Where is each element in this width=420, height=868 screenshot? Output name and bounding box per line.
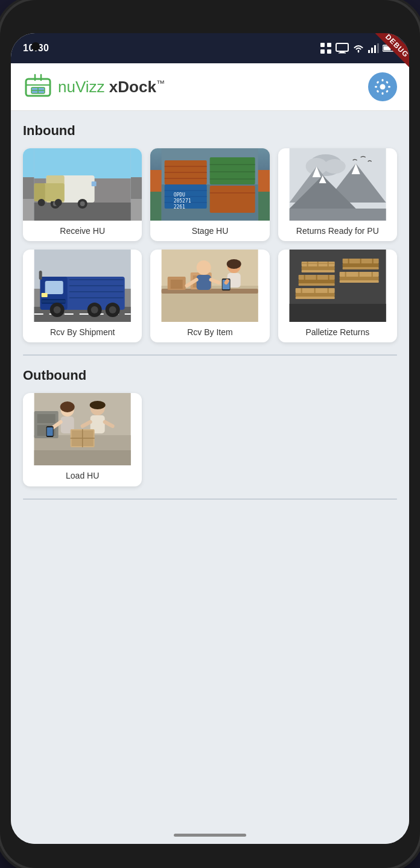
inbound-divider xyxy=(23,354,397,356)
svg-text:OPDU: OPDU xyxy=(174,192,185,198)
rcv-by-item-image xyxy=(150,250,269,322)
mountains-svg xyxy=(278,148,397,221)
svg-rect-168 xyxy=(34,450,131,465)
camera xyxy=(31,42,40,51)
svg-line-113 xyxy=(226,281,228,283)
outbound-divider xyxy=(23,498,397,500)
svg-rect-25 xyxy=(375,86,377,88)
receive-hu-image xyxy=(23,148,142,221)
logo-area: nuVizz xDock™ xyxy=(23,72,165,102)
svg-point-155 xyxy=(60,401,75,412)
svg-rect-146 xyxy=(339,280,378,283)
home-indicator xyxy=(174,834,246,837)
svg-rect-128 xyxy=(298,283,334,286)
svg-rect-147 xyxy=(289,304,386,322)
returns-ready-label: Returns Ready for PU xyxy=(278,221,397,241)
svg-rect-1 xyxy=(327,43,331,47)
blue-truck-svg xyxy=(23,250,142,322)
svg-rect-83 xyxy=(42,299,66,304)
svg-rect-75 xyxy=(289,209,386,221)
svg-rect-158 xyxy=(47,427,53,436)
svg-point-105 xyxy=(197,260,211,275)
svg-rect-121 xyxy=(301,266,334,270)
svg-rect-97 xyxy=(42,293,48,297)
load-hu-label: Load HU xyxy=(23,465,142,486)
rcv-by-item-card[interactable]: Rcv By Item xyxy=(150,250,269,342)
bottom-bar xyxy=(11,826,409,844)
palletize-returns-card[interactable]: Palletize Returns xyxy=(278,250,397,342)
logo-text: nuVizz xDock™ xyxy=(58,78,165,96)
svg-rect-56 xyxy=(210,157,255,184)
receive-hu-card[interactable]: Receive HU xyxy=(23,148,142,241)
outbound-grid: Load HU xyxy=(23,393,397,486)
svg-point-22 xyxy=(380,84,386,90)
svg-rect-26 xyxy=(388,86,390,88)
svg-rect-4 xyxy=(336,43,348,51)
svg-rect-2 xyxy=(320,49,325,54)
containers-svg: OPDU 205271 2261 xyxy=(150,148,269,221)
returns-ready-image xyxy=(278,148,397,221)
palletize-returns-image xyxy=(278,250,397,322)
svg-rect-140 xyxy=(342,267,378,269)
logo-tm: ™ xyxy=(156,78,165,88)
workers-svg xyxy=(150,250,269,322)
stage-hu-card[interactable]: OPDU 205271 2261 Stage HU xyxy=(150,148,269,241)
svg-point-161 xyxy=(90,401,106,409)
load-hu-image xyxy=(23,393,142,465)
status-bar: 10:30 xyxy=(11,33,409,63)
svg-rect-86 xyxy=(39,271,42,280)
svg-rect-6 xyxy=(339,52,346,54)
svg-rect-127 xyxy=(298,280,334,283)
stage-hu-image: OPDU 205271 2261 xyxy=(150,148,269,221)
svg-point-96 xyxy=(109,306,116,313)
stage-hu-label: Stage HU xyxy=(150,221,269,241)
svg-rect-30 xyxy=(386,90,389,93)
svg-rect-5 xyxy=(340,51,345,52)
debug-label: DEBUG xyxy=(375,33,409,68)
svg-point-45 xyxy=(55,199,62,206)
svg-point-94 xyxy=(91,306,98,313)
content-area: Inbound xyxy=(11,111,409,826)
svg-rect-122 xyxy=(301,270,334,272)
app-header: nuVizz xDock™ xyxy=(11,63,409,111)
svg-rect-139 xyxy=(342,263,378,267)
svg-rect-29 xyxy=(377,90,380,93)
svg-rect-43 xyxy=(34,183,45,201)
svg-point-92 xyxy=(54,306,61,313)
rcv-by-shipment-label: Rcv By Shipment xyxy=(23,322,142,342)
svg-rect-60 xyxy=(210,186,255,213)
svg-text:2261: 2261 xyxy=(174,204,185,210)
inbound-grid: Receive HU xyxy=(23,148,397,342)
svg-rect-133 xyxy=(295,293,334,297)
svg-rect-3 xyxy=(327,49,331,54)
logo-xdock: xDock xyxy=(109,78,156,96)
load-hu-card[interactable]: Load HU xyxy=(23,393,142,486)
warehouse-workers-svg xyxy=(23,393,142,465)
logo-vizz: Vizz xyxy=(75,78,105,96)
returns-ready-card[interactable]: Returns Ready for PU xyxy=(278,148,397,241)
svg-rect-37 xyxy=(92,181,97,186)
pallets-svg xyxy=(278,250,397,322)
inbound-section-title: Inbound xyxy=(23,123,397,139)
grid-icon xyxy=(320,42,332,54)
screen-icon xyxy=(336,43,349,54)
svg-rect-0 xyxy=(320,43,325,47)
svg-rect-24 xyxy=(382,92,384,95)
svg-text:205271: 205271 xyxy=(174,198,191,204)
svg-point-114 xyxy=(227,259,241,269)
svg-point-68 xyxy=(323,159,345,174)
svg-rect-134 xyxy=(295,297,334,299)
outbound-section-title: Outbound xyxy=(23,368,397,383)
svg-rect-32 xyxy=(34,148,131,178)
svg-rect-145 xyxy=(339,277,378,280)
svg-rect-106 xyxy=(197,275,211,290)
rcv-by-shipment-image xyxy=(23,250,142,322)
rcv-by-shipment-card[interactable]: Rcv By Shipment xyxy=(23,250,142,342)
debug-badge: DEBUG xyxy=(361,33,409,81)
logo-nu: nu xyxy=(58,78,75,96)
svg-rect-82 xyxy=(45,281,63,294)
svg-rect-151 xyxy=(37,414,56,423)
palletize-returns-label: Palletize Returns xyxy=(278,322,397,342)
svg-point-41 xyxy=(80,201,85,206)
svg-rect-102 xyxy=(171,280,183,289)
